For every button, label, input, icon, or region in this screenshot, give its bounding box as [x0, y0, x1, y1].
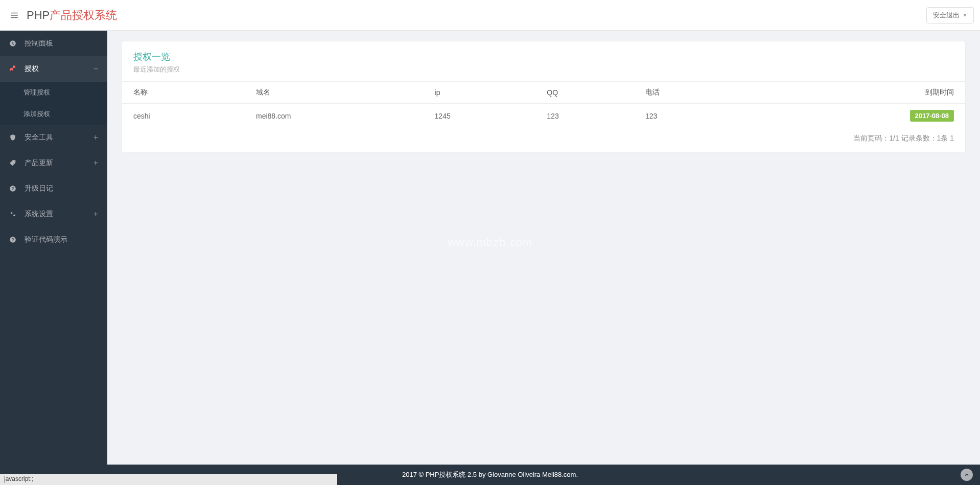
cell-domain: mei88.com	[248, 104, 427, 128]
brand-suffix: 产品授权系统	[50, 9, 117, 21]
sidebar: 控制面板 授权 − 管理授权 添加授权 安全工具 + 产品更新 + ? 升级日记…	[0, 31, 107, 465]
brand-title[interactable]: PHP产品授权系统	[27, 8, 117, 23]
menu-toggle-button[interactable]	[6, 7, 22, 24]
col-domain: 域名	[248, 82, 427, 104]
sidebar-submenu-license: 管理授权 添加授权	[0, 82, 107, 125]
pagination-info: 当前页码：1/1 记录条数：1条 1	[122, 128, 965, 152]
panel-title: 授权一览	[133, 51, 954, 63]
brand-prefix: PHP	[27, 9, 50, 21]
sidebar-subitem-add-license[interactable]: 添加授权	[0, 103, 107, 125]
sidebar-item-label: 控制面板	[25, 39, 53, 48]
sidebar-subitem-manage-license[interactable]: 管理授权	[0, 82, 107, 103]
expand-icon: +	[94, 158, 98, 168]
logout-dropdown[interactable]: 安全退出 ▼	[926, 7, 974, 24]
chevron-up-icon	[964, 472, 970, 478]
browser-statusbar: javascript:;	[0, 474, 337, 485]
sidebar-item-verify-demo[interactable]: ? 验证代码演示	[0, 227, 107, 252]
dashboard-icon	[9, 40, 17, 47]
svg-text:?: ?	[12, 187, 14, 191]
sidebar-item-license[interactable]: 授权 −	[0, 56, 107, 82]
license-panel: 授权一览 最近添加的授权 名称 域名 ip QQ 电话 到期时间 c	[122, 41, 966, 153]
table-row[interactable]: ceshi mei88.com 1245 123 123 2017-08-08	[122, 104, 965, 128]
sidebar-item-dashboard[interactable]: 控制面板	[0, 31, 107, 56]
col-qq: QQ	[539, 82, 637, 104]
license-table: 名称 域名 ip QQ 电话 到期时间 ceshi mei88.com 1245…	[122, 81, 965, 128]
cell-ip: 1245	[427, 104, 539, 128]
sidebar-item-label: 升级日记	[25, 184, 53, 193]
cell-phone: 123	[637, 104, 744, 128]
sidebar-item-label: 授权	[25, 64, 39, 74]
logout-label: 安全退出	[933, 11, 960, 20]
expand-icon: +	[94, 210, 98, 219]
expire-badge: 2017-08-08	[910, 110, 954, 122]
sidebar-item-label: 安全工具	[25, 133, 53, 142]
sidebar-item-label: 验证代码演示	[25, 235, 67, 244]
panel-header: 授权一览 最近添加的授权	[122, 41, 965, 81]
topbar: PHP产品授权系统 安全退出 ▼	[0, 0, 980, 31]
sidebar-item-product-update[interactable]: 产品更新 +	[0, 150, 107, 176]
chevron-down-icon: ▼	[963, 13, 967, 18]
sidebar-item-security[interactable]: 安全工具 +	[0, 125, 107, 150]
hamburger-icon	[10, 11, 19, 20]
col-name: 名称	[122, 82, 248, 104]
expand-icon: +	[94, 133, 98, 142]
col-phone: 电话	[637, 82, 744, 104]
scroll-top-button[interactable]	[961, 469, 973, 481]
col-ip: ip	[427, 82, 539, 104]
svg-point-5	[11, 212, 13, 214]
sidebar-item-upgrade-log[interactable]: ? 升级日记	[0, 176, 107, 201]
col-expire: 到期时间	[744, 82, 965, 104]
cell-expire: 2017-08-08	[744, 104, 965, 128]
tag-icon	[9, 159, 17, 167]
cell-qq: 123	[539, 104, 637, 128]
footer-text: 2017 © PHP授权系统 2.5 by Giovanne Oliveira …	[402, 470, 578, 479]
main-content: 授权一览 最近添加的授权 名称 域名 ip QQ 电话 到期时间 c	[107, 31, 980, 465]
svg-point-6	[13, 215, 15, 217]
svg-text:?: ?	[12, 238, 14, 242]
cell-name: ceshi	[122, 104, 248, 128]
key-icon	[9, 65, 17, 73]
sidebar-item-system-settings[interactable]: 系统设置 +	[0, 201, 107, 227]
sidebar-item-label: 系统设置	[25, 210, 53, 219]
table-header-row: 名称 域名 ip QQ 电话 到期时间	[122, 82, 965, 104]
sidebar-item-label: 产品更新	[25, 158, 53, 168]
help-icon: ?	[9, 185, 17, 192]
panel-subtitle: 最近添加的授权	[133, 65, 954, 74]
collapse-icon: −	[94, 64, 98, 74]
help-icon: ?	[9, 236, 17, 243]
cogs-icon	[9, 211, 17, 218]
shield-icon	[9, 134, 17, 141]
